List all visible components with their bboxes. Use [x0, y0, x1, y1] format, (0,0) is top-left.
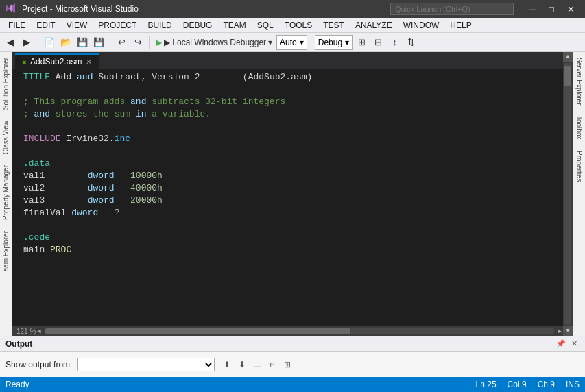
- horizontal-scrollbar[interactable]: 121 % ◀ ▶: [12, 326, 563, 336]
- output-toolbar: ⬆ ⬇ ⚊ ↵ ⊞: [220, 358, 294, 371]
- menu-window[interactable]: WINDOW: [398, 18, 445, 32]
- extra-btn-1[interactable]: ⊞: [354, 35, 369, 50]
- output-controls: 📌 ✕: [554, 339, 580, 348]
- h-scroll-track[interactable]: [45, 328, 554, 334]
- team-explorer-tab[interactable]: Team Explorer: [1, 225, 11, 280]
- maximize-button[interactable]: □: [542, 2, 560, 16]
- output-wrap-button[interactable]: ↵: [265, 358, 279, 371]
- output-go-down-button[interactable]: ⬇: [235, 358, 249, 371]
- tab-label: AddSub2.asm: [30, 57, 82, 66]
- code-token: ?: [98, 208, 119, 218]
- save-all-button[interactable]: 💾: [91, 35, 106, 50]
- output-clear-button[interactable]: ⚊: [250, 358, 264, 371]
- menu-team[interactable]: TEAM: [217, 18, 251, 32]
- save-button[interactable]: 💾: [75, 35, 90, 50]
- undo-button[interactable]: ↩: [114, 35, 129, 50]
- new-file-button[interactable]: 📄: [42, 35, 57, 50]
- code-token: dword: [88, 195, 115, 206]
- minimize-button[interactable]: ─: [523, 2, 541, 16]
- code-token: finalVal: [23, 208, 71, 218]
- app-title: Project - Microsoft Visual Studio: [22, 4, 385, 14]
- play-dropdown-arrow: ▾: [268, 38, 272, 47]
- code-token: Irvine32.: [61, 134, 115, 144]
- line-content: ; This program adds and subtracts 32-bit…: [12, 96, 285, 108]
- code-line: finalVal dword ?: [12, 207, 563, 219]
- tab-close-button[interactable]: ✕: [86, 58, 92, 66]
- menu-help[interactable]: HELP: [444, 18, 477, 32]
- redo-button[interactable]: ↪: [130, 35, 145, 50]
- line-content: val3 dword 20000h: [12, 195, 163, 207]
- menu-debug[interactable]: DEBUG: [178, 18, 218, 32]
- code-token: PROC: [50, 245, 71, 255]
- code-token: subtracts 32-bit integers: [146, 97, 285, 107]
- menu-test[interactable]: TEST: [318, 18, 350, 32]
- menu-sql[interactable]: SQL: [252, 18, 279, 32]
- output-source-dropdown[interactable]: [77, 358, 215, 371]
- properties-tab[interactable]: Properties: [574, 145, 584, 188]
- close-button[interactable]: ✕: [562, 2, 580, 16]
- vertical-scrollbar[interactable]: ▲ ▼: [563, 52, 573, 336]
- code-token: val1: [23, 171, 45, 181]
- scroll-right-icon[interactable]: ▶: [558, 328, 562, 335]
- back-button[interactable]: ◀: [3, 35, 18, 50]
- code-token: stores the sum: [50, 109, 136, 119]
- class-view-tab[interactable]: Class View: [1, 115, 11, 160]
- line-content: val1 dword 10000h: [12, 170, 163, 182]
- code-line: TITLE Add and Subtract, Version 2 (AddSu…: [12, 71, 563, 84]
- menu-build[interactable]: BUILD: [142, 18, 177, 32]
- property-manager-tab[interactable]: Property Manager: [1, 160, 11, 225]
- menu-analyze[interactable]: ANALYZE: [350, 18, 398, 32]
- code-token: a variable.: [146, 109, 211, 119]
- code-editor[interactable]: TITLE Add and Subtract, Version 2 (AddSu…: [12, 69, 563, 326]
- menu-tools[interactable]: TOOLS: [279, 18, 318, 32]
- solution-explorer-tab[interactable]: Solution Explorer: [1, 52, 11, 115]
- line-content: [12, 84, 29, 96]
- output-go-up-button[interactable]: ⬆: [220, 358, 234, 371]
- code-token: TITLE: [23, 72, 50, 82]
- right-panel-tabs: Server Explorer Toolbox Properties: [573, 52, 585, 336]
- editor-container: ■ AddSub2.asm ✕ TITLE Add and Subtract, …: [12, 52, 563, 336]
- menu-project[interactable]: PROJECT: [93, 18, 142, 32]
- build-dropdown[interactable]: Debug ▾: [315, 35, 353, 50]
- config-value: Auto: [280, 38, 297, 47]
- output-close-button[interactable]: ✕: [569, 339, 580, 348]
- quick-launch-input[interactable]: [390, 3, 514, 15]
- server-explorer-tab[interactable]: Server Explorer: [574, 52, 584, 110]
- toolbox-tab[interactable]: Toolbox: [574, 110, 584, 145]
- forward-button[interactable]: ▶: [19, 35, 34, 50]
- start-debug-button[interactable]: ▶ ▶ Local Windows Debugger ▾: [153, 38, 275, 47]
- scroll-left-icon[interactable]: ◀: [37, 328, 40, 335]
- debug-label: ▶ Local Windows Debugger: [164, 38, 266, 47]
- code-line: val1 dword 10000h: [12, 170, 563, 182]
- menu-file[interactable]: FILE: [3, 18, 31, 32]
- code-token: dword: [71, 208, 98, 218]
- scroll-up-button[interactable]: ▲: [563, 52, 573, 62]
- window-controls: ─ □ ✕: [523, 2, 580, 16]
- code-token: ;: [23, 109, 34, 119]
- config-dropdown[interactable]: Auto ▾: [276, 35, 307, 50]
- code-line: val3 dword 20000h: [12, 195, 563, 207]
- code-token: val2: [23, 183, 45, 193]
- code-token: main: [23, 245, 50, 255]
- line-content: val2 dword 40000h: [12, 182, 163, 195]
- code-token: in: [136, 109, 147, 119]
- extra-btn-2[interactable]: ⊟: [370, 35, 385, 50]
- code-line: [12, 219, 563, 232]
- code-token: dword: [88, 171, 115, 181]
- menu-edit[interactable]: EDIT: [31, 18, 60, 32]
- extra-btn-4[interactable]: ⇅: [403, 35, 418, 50]
- scroll-track[interactable]: [564, 63, 571, 325]
- scroll-down-button[interactable]: ▼: [563, 326, 573, 336]
- output-extra-button[interactable]: ⊞: [280, 358, 294, 371]
- line-content: [12, 121, 29, 133]
- output-pin-button[interactable]: 📌: [554, 339, 568, 348]
- extra-btn-3[interactable]: ↕: [387, 35, 402, 50]
- code-line: [12, 145, 563, 158]
- code-line: .data: [12, 158, 563, 170]
- editor-tab-addsub2[interactable]: ■ AddSub2.asm ✕: [15, 53, 99, 69]
- line-content: finalVal dword ?: [12, 207, 119, 219]
- code-token: 10000h: [115, 171, 163, 181]
- menu-view[interactable]: VIEW: [61, 18, 93, 32]
- code-token: val3: [23, 195, 45, 206]
- open-button[interactable]: 📂: [58, 35, 73, 50]
